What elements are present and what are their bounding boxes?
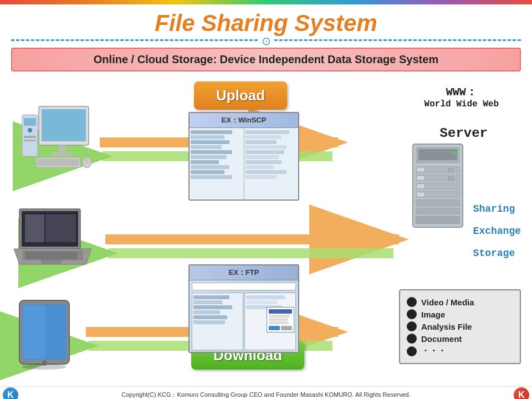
server-label: Server (440, 126, 488, 141)
svg-rect-18 (24, 140, 36, 141)
laptop-icon (11, 206, 97, 267)
file-type-analysis: Analysis File (407, 321, 513, 331)
bullet-document (407, 334, 417, 344)
svg-rect-43 (416, 200, 460, 206)
exchange-label: Exchange (473, 226, 521, 237)
winscp-screenshot: EX：WinSCP (188, 112, 299, 201)
svg-rect-25 (25, 214, 44, 242)
bullet-more (407, 346, 417, 356)
svg-rect-38 (452, 151, 456, 154)
storage-labels: Sharing Exchange Storage (473, 203, 521, 270)
svg-rect-28 (25, 252, 78, 259)
page-title: File Sharing System (0, 10, 532, 37)
file-type-document: Document (407, 334, 513, 344)
storage-label: Storage (473, 248, 521, 259)
svg-rect-54 (417, 184, 424, 188)
tablet-icon (14, 298, 80, 370)
file-type-video-label: Video / Media (421, 298, 474, 307)
svg-rect-45 (416, 216, 460, 224)
svg-rect-13 (52, 152, 73, 156)
svg-rect-55 (417, 192, 424, 197)
svg-rect-11 (42, 109, 86, 141)
bullet-video (407, 297, 417, 307)
top-border (0, 0, 532, 4)
subtitle-text: Online / Cloud Storage: Device Independe… (94, 53, 438, 65)
bullet-analysis (407, 321, 417, 331)
svg-rect-20 (38, 159, 79, 166)
footer: K Copyright(C) KCG：Komuro Consulting Gro… (0, 386, 532, 399)
svg-rect-12 (59, 145, 65, 153)
main-content: Upload Download WWW： World Wide Web Serv… (0, 76, 532, 386)
www-title: WWW： (424, 84, 499, 99)
file-types-box: Video / Media Image Analysis File Docume… (399, 289, 521, 364)
footer-copyright: Copyright(C) KCG：Komuro Consulting Group… (121, 391, 410, 399)
svg-rect-44 (416, 208, 460, 214)
svg-rect-32 (23, 305, 45, 359)
subtitle-bar: Online / Cloud Storage: Device Independe… (11, 48, 521, 71)
divider-line (11, 39, 521, 41)
server-rack-icon (410, 141, 468, 233)
file-type-analysis-label: Analysis File (421, 322, 472, 331)
sharing-label: Sharing (473, 203, 521, 214)
bullet-image (407, 309, 417, 319)
footer-logo-left: K (3, 387, 18, 400)
www-label: WWW： World Wide Web (424, 84, 499, 109)
svg-rect-29 (42, 260, 61, 263)
file-type-document-label: Document (421, 334, 462, 344)
svg-rect-37 (418, 149, 457, 160)
www-subtitle: World Wide Web (424, 99, 499, 109)
svg-rect-26 (45, 214, 76, 242)
svg-point-34 (22, 364, 66, 370)
file-type-more-label: ・・・ (421, 346, 446, 356)
ftp-title: EX：FTP (190, 265, 298, 280)
ftp-screenshot: EX：FTP (188, 264, 299, 353)
svg-rect-15 (24, 118, 36, 126)
file-type-image-label: Image (421, 310, 445, 319)
svg-rect-17 (24, 136, 36, 138)
file-type-more: ・・・ (407, 346, 513, 356)
upload-button[interactable]: Upload (194, 81, 287, 110)
svg-rect-52 (417, 167, 424, 172)
svg-rect-53 (417, 176, 424, 180)
file-type-video: Video / Media (407, 297, 513, 307)
footer-logo-right: K (514, 387, 529, 400)
winscp-title: EX：WinSCP (190, 113, 298, 128)
svg-point-16 (28, 128, 32, 132)
file-type-image: Image (407, 309, 513, 319)
desktop-computer-icon (19, 104, 97, 176)
